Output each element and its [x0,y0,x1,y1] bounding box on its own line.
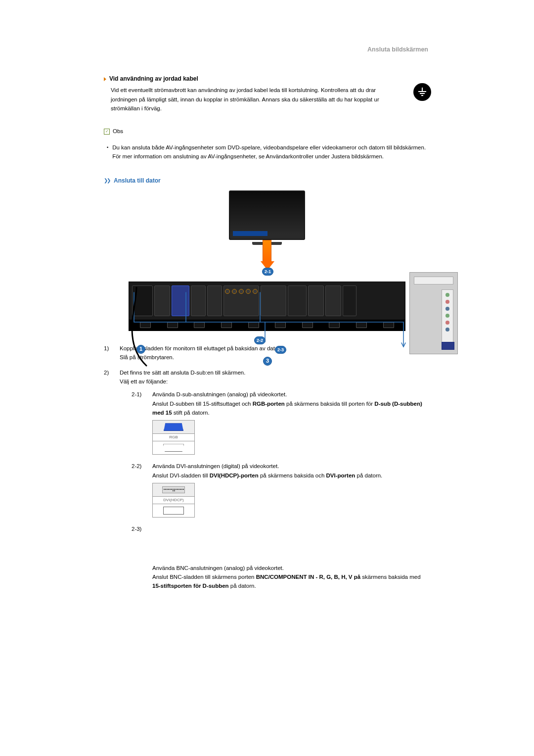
monitor-front-illustration [229,190,305,240]
callout-2-1: 2-1 [262,268,273,276]
port-thumbnail-dvi: DVI(HDCP) [152,483,195,518]
bullet-icon: • [107,143,108,161]
callout-1: 1 [136,345,145,354]
arrow-icon [104,77,106,81]
section-heading-grounded-cable: Vid användning av jordad kabel [104,74,430,84]
note-row: ✓ Obs [104,127,430,136]
callout-2-2: 2-2 [254,336,266,344]
section-heading-label: Ansluta till dator [114,176,161,186]
callout-3: 3 [263,357,272,366]
substep-text: Anslut BNC-sladden till skärmens porten … [152,572,430,591]
substep-text: Anslut DVI-sladden till DVI(HDCP)-porten… [152,471,382,480]
checkbox-icon: ✓ [104,129,110,135]
substep-text: Anslut D-subben till 15-stiftsuttaget oc… [152,399,430,418]
step-text: Välj ett av följande: [120,377,430,386]
substep-number: 2-2) [132,462,143,518]
section-heading-label: Vid användning av jordad kabel [109,74,198,84]
note-label: Obs [113,127,123,136]
step-number: 1) [104,344,112,362]
substep-number: 2-1) [132,390,143,455]
step-text: Slå på strömbrytaren. [120,353,285,362]
substep-text: Använda DVI-anslutningen (digital) på vi… [152,462,382,471]
step-text: Det finns tre sätt att ansluta D-sub:en … [120,368,430,377]
section-text: Vid ett eventuellt strömavbrott kan anvä… [111,86,400,113]
chevron-icon: ❯❯ [104,177,110,185]
port-thumbnail-rgb: RGB [152,420,195,455]
note-item: Du kan ansluta både AV-ingångsenheter so… [112,143,430,161]
callout-2-3: 2-3 [275,346,286,354]
arrow-down-icon [261,240,273,270]
ground-symbol-icon [413,83,431,101]
pc-tower-illustration [409,272,458,354]
io-label-strip [129,320,405,331]
substep-text: Använda D-sub-anslutningen (analog) på v… [152,390,430,399]
page-title: Ansluta bildskärmen [104,45,430,54]
step-number: 2) [104,368,112,591]
section-heading-connect-pc: ❯❯ Ansluta till dator [104,176,430,186]
note-list: • Du kan ansluta både AV-ingångsenheter … [107,143,430,161]
substep-number: 2-3) [132,524,143,533]
monitor-rear-io-panel [129,282,405,320]
instruction-steps: 1) Koppla elsladden för monitorn till el… [104,344,430,591]
connection-diagram: 2-1 2-2 2-3 1 3 [104,190,430,331]
substep-text: Använda BNC-anslutningen (analog) på vid… [152,564,430,572]
